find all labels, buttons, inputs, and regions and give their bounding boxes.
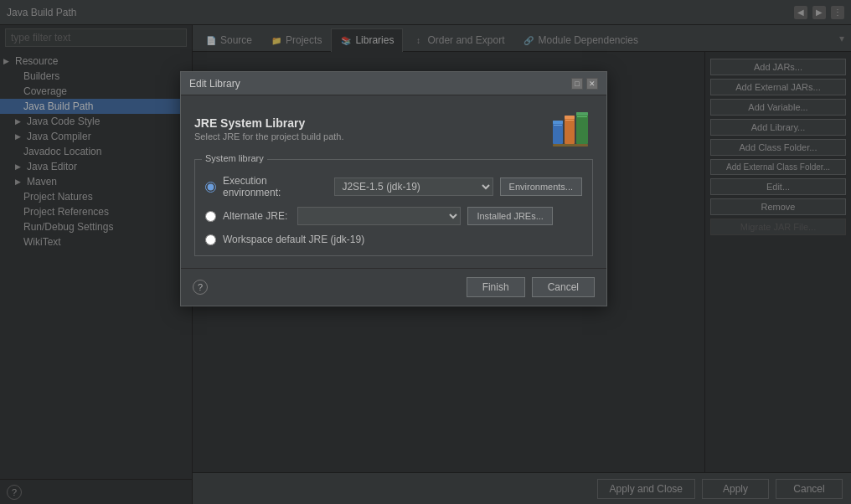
execution-env-radio[interactable] (205, 182, 216, 193)
svg-rect-4 (565, 116, 575, 119)
dialog-maximize-button[interactable]: □ (571, 78, 583, 90)
finish-button[interactable]: Finish (467, 277, 525, 297)
workspace-jre-label[interactable]: Workspace default JRE (jdk-19) (223, 234, 364, 245)
books-svg (549, 107, 593, 151)
workspace-jre-row: Workspace default JRE (jdk-19) (205, 234, 582, 245)
alternate-jre-label[interactable]: Alternate JRE: (223, 210, 287, 222)
dialog-cancel-button[interactable]: Cancel (532, 277, 595, 297)
svg-rect-8 (577, 116, 587, 117)
alternate-jre-radio[interactable] (205, 211, 216, 222)
dialog-title-buttons: □ ✕ (571, 78, 598, 90)
workspace-jre-radio[interactable] (205, 234, 216, 245)
system-library-group: System library Execution environment: J2… (194, 159, 593, 256)
execution-env-label[interactable]: Execution environment: (223, 175, 324, 198)
dialog-title: Edit Library (189, 78, 571, 90)
modal-overlay: Edit Library □ ✕ JRE System Library Sele… (0, 0, 851, 504)
installed-jres-button[interactable]: Installed JREs... (467, 207, 552, 225)
dialog-help-icon[interactable]: ? (193, 280, 208, 295)
group-box-legend: System library (202, 153, 267, 163)
alternate-jre-row: Alternate JRE: Installed JREs... (205, 207, 582, 225)
dialog-main-title: JRE System Library (194, 116, 541, 130)
svg-rect-5 (565, 120, 574, 121)
jre-books-icon (549, 107, 593, 151)
dialog-header-text: JRE System Library Select JRE for the pr… (194, 116, 541, 141)
dialog-footer: ? Finish Cancel (181, 268, 606, 306)
dialog-header-row: JRE System Library Select JRE for the pr… (194, 107, 593, 151)
dialog-close-button[interactable]: ✕ (586, 78, 598, 90)
svg-rect-7 (576, 112, 588, 116)
alternate-jre-select[interactable] (297, 207, 461, 225)
dialog-subtitle: Select JRE for the project build path. (194, 131, 541, 141)
dialog-body: JRE System Library Select JRE for the pr… (181, 95, 606, 268)
execution-env-row: Execution environment: J2SE-1.5 (jdk-19)… (205, 175, 582, 198)
edit-library-dialog: Edit Library □ ✕ JRE System Library Sele… (180, 71, 607, 306)
svg-rect-0 (553, 121, 563, 144)
svg-rect-1 (553, 121, 563, 124)
environments-button[interactable]: Environments... (500, 177, 582, 196)
dialog-titlebar: Edit Library □ ✕ (181, 72, 606, 95)
svg-rect-2 (554, 125, 562, 126)
svg-rect-9 (553, 144, 588, 147)
execution-env-select[interactable]: J2SE-1.5 (jdk-19) (334, 177, 493, 196)
